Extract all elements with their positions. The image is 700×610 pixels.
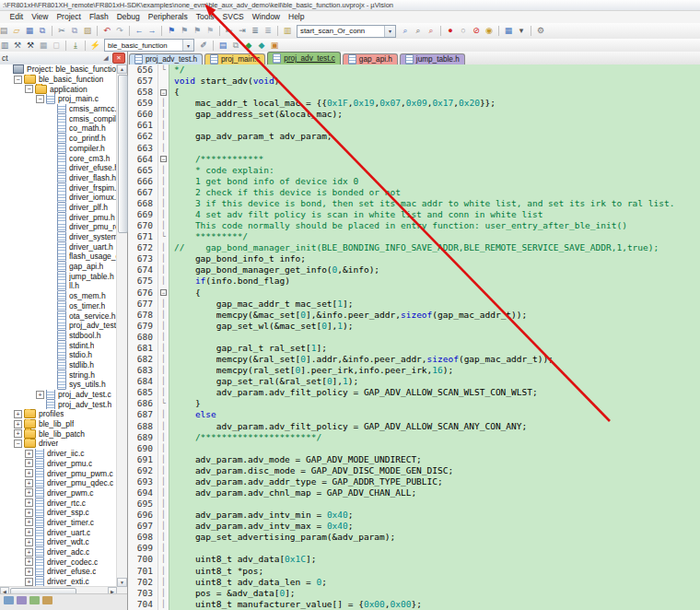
tree-item[interactable]: −proj_main.c: [0, 94, 117, 104]
tree-item[interactable]: co_printf.h: [0, 134, 117, 144]
code-editor[interactable]: 656└*/657void start_adv(void)658−{659│ m…: [128, 65, 700, 610]
tree-expander-icon[interactable]: +: [25, 499, 33, 507]
select-software-packs-icon[interactable]: ◆: [255, 40, 268, 52]
tree-item[interactable]: os_timer.h: [0, 301, 117, 311]
tree-item[interactable]: driver_uart.h: [0, 241, 117, 252]
menu-debug[interactable]: Debug: [112, 11, 144, 23]
vscroll-thumb[interactable]: [118, 75, 128, 233]
tree-expander-icon[interactable]: +: [25, 488, 33, 497]
redo-icon[interactable]: ↷: [113, 25, 126, 37]
bottom-panel-tab-icon[interactable]: [4, 596, 14, 604]
breakpoint-enable-all-icon[interactable]: ◉: [483, 25, 496, 37]
tree-item[interactable]: +driver_pwm.c: [0, 488, 117, 499]
translate-file-icon[interactable]: ▥: [0, 40, 11, 52]
tree-item[interactable]: +driver_pmu_pwm.c: [0, 468, 117, 478]
tree-expander-icon[interactable]: +: [25, 479, 33, 487]
window-titlebar[interactable]: :\FR801xH\FR801XH_remote\FR801xH-SDK\exa…: [0, 0, 700, 11]
indent-right-icon[interactable]: ⇥: [236, 25, 249, 37]
tree-expander-icon[interactable]: +: [14, 429, 22, 438]
debug-windows-icon[interactable]: ▦: [502, 25, 515, 37]
tree-item[interactable]: +driver_ssp.c: [0, 508, 117, 518]
manage-project-items-icon[interactable]: ▤: [216, 40, 229, 52]
chevron-down-icon[interactable]: ▾: [384, 26, 395, 37]
debug-session-icon[interactable]: ⚡: [88, 40, 101, 52]
fold-collapse-icon[interactable]: −: [160, 156, 167, 162]
editor-tab-jump_table.h[interactable]: jump_table.h: [400, 53, 465, 65]
tree-item[interactable]: co_math.h: [0, 123, 117, 134]
tree-item[interactable]: +driver_pmu.c: [0, 459, 117, 469]
menu-project[interactable]: Project: [52, 11, 85, 23]
bookmark-next-icon[interactable]: ⚑: [191, 25, 204, 37]
tree-item[interactable]: driver_plf.h: [0, 203, 117, 213]
tree-item[interactable]: −ble_basic_function: [0, 75, 117, 85]
chevron-down-icon[interactable]: ▾: [515, 25, 528, 37]
fold-collapse-icon[interactable]: −: [160, 89, 167, 96]
manage-rte-icon[interactable]: ◆: [242, 40, 255, 52]
menu-svcs[interactable]: SVCS: [218, 11, 248, 23]
rebuild-all-icon[interactable]: ⚒: [24, 40, 37, 52]
options-for-target-icon[interactable]: ✐: [197, 40, 210, 52]
chevron-down-icon[interactable]: ▾: [182, 40, 193, 51]
tree-item[interactable]: proj_adv_test.h: [0, 399, 117, 409]
tree-item[interactable]: +driver_uart.c: [0, 527, 117, 537]
batch-build-icon[interactable]: ▦: [37, 40, 50, 52]
bottom-panel-tab-icon[interactable]: [42, 596, 52, 604]
tree-item[interactable]: driver_pmu.h: [0, 212, 117, 222]
incremental-find-icon[interactable]: ⌕: [425, 25, 438, 37]
tree-expander-icon[interactable]: +: [25, 450, 33, 458]
copy-icon[interactable]: ⧉: [68, 25, 81, 37]
download-icon[interactable]: ⤓: [69, 40, 82, 52]
editor-tab-proj_adv_test.h[interactable]: proj_adv_test.h: [129, 53, 203, 65]
tree-expander-icon[interactable]: +: [25, 459, 33, 467]
tree-item[interactable]: +driver_exti.c: [0, 577, 117, 587]
tree-item[interactable]: sys_utils.h: [0, 380, 117, 390]
tree-item[interactable]: Project: ble_basic_function: [0, 65, 117, 75]
tree-item[interactable]: +ble_lib_patch: [0, 428, 117, 439]
tree-expander-icon[interactable]: −: [25, 85, 33, 93]
tree-item[interactable]: gap_api.h: [0, 262, 117, 272]
tree-item[interactable]: stdio.h: [0, 350, 117, 360]
uncomment-selection-icon[interactable]: ≣: [262, 25, 274, 37]
tree-item[interactable]: +driver_pmu_qdec.c: [0, 478, 117, 488]
menu-window[interactable]: Window: [248, 11, 284, 23]
tree-item[interactable]: flash_usage_confi: [0, 252, 117, 262]
breakpoint-disabled-icon[interactable]: ○: [457, 25, 470, 37]
pack-installer-icon[interactable]: ▣: [268, 40, 281, 52]
tree-item[interactable]: proj_adv_test.h: [0, 321, 117, 331]
find-text-combobox[interactable]: start_scan_Or_conn▾: [297, 25, 396, 38]
tree-item[interactable]: stdbool.h: [0, 331, 117, 341]
tree-item[interactable]: os_mem.h: [0, 291, 117, 301]
open-folder-icon[interactable]: ▱: [10, 25, 23, 37]
tree-item[interactable]: +driver_efuse.c: [0, 567, 117, 577]
editor-tab-proj_adv_test.c[interactable]: proj_adv_test.c: [267, 52, 341, 65]
tree-item[interactable]: +driver_wdt.c: [0, 537, 117, 547]
breakpoint-kill-all-icon[interactable]: ⊘: [470, 25, 483, 37]
tree-item[interactable]: stdint.h: [0, 340, 117, 350]
tree-item[interactable]: compiler.h: [0, 144, 117, 154]
edit-document-icon[interactable]: ▥: [281, 25, 294, 37]
tree-item[interactable]: string.h: [0, 370, 117, 380]
menu-peripherals[interactable]: Peripherals: [144, 11, 192, 23]
tree-item[interactable]: core_cm3.h: [0, 153, 117, 163]
tree-item[interactable]: driver_system.h: [0, 232, 117, 242]
breakpoint-icon[interactable]: ●: [444, 25, 457, 37]
tree-item[interactable]: driver_flash.h: [0, 173, 117, 183]
save-all-icon[interactable]: ⧉: [36, 25, 49, 37]
tree-item[interactable]: +driver_adc.c: [0, 547, 117, 557]
new-file-icon[interactable]: ▤: [0, 25, 10, 37]
tree-expander-icon[interactable]: +: [25, 557, 33, 566]
pin-icon[interactable]: ◢: [101, 53, 111, 63]
scroll-up-icon[interactable]: ▲: [117, 65, 127, 74]
find-icon[interactable]: ⌕: [412, 25, 425, 37]
tree-expander-icon[interactable]: +: [14, 410, 22, 418]
editor-tab-proj_main.c[interactable]: proj_main.c: [204, 53, 265, 65]
tree-item[interactable]: driver_efuse.h: [0, 163, 117, 173]
tree-item[interactable]: +proj_adv_test.c: [0, 390, 117, 400]
tree-item[interactable]: +ble_lib_plf: [0, 419, 117, 429]
tree-item[interactable]: +driver_codec.c: [0, 557, 117, 567]
tree-item[interactable]: +driver_iic.c: [0, 449, 117, 459]
bottom-panel-tab-icon[interactable]: [29, 596, 40, 604]
indent-left-icon[interactable]: ⇤: [223, 25, 236, 37]
bookmark-toggle-icon[interactable]: ⚑: [165, 25, 178, 37]
tree-item[interactable]: driver_pmu_regs.h: [0, 222, 117, 232]
